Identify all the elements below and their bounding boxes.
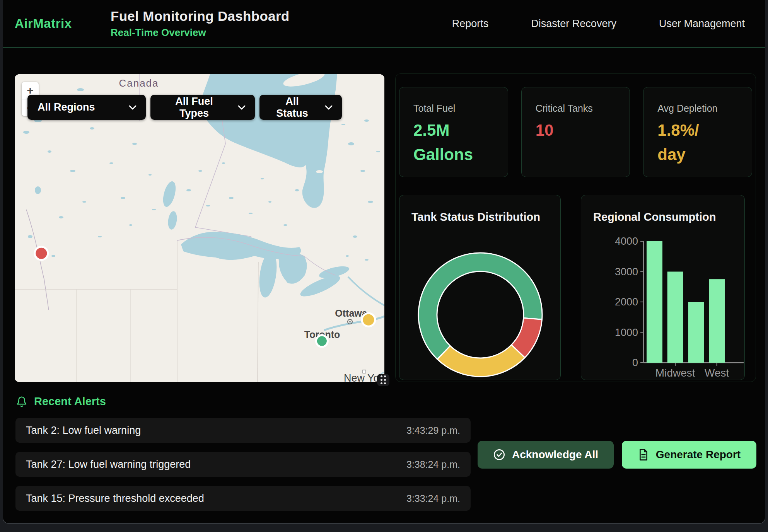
status-filter-select[interactable]: All Status	[259, 95, 342, 120]
brand-logo: AirMatrix	[15, 16, 111, 31]
metrics-panel: Total Fuel 2.5M Gallons Critical Tanks 1…	[395, 73, 756, 382]
stat-value-total-fuel: 2.5M Gallons	[413, 118, 498, 167]
stat-label: Avg Depletion	[657, 103, 742, 114]
alert-row[interactable]: Tank 2: Low fuel warning 3:43:29 p.m.	[15, 418, 471, 443]
acknowledge-all-label: Acknowledge All	[512, 448, 598, 461]
acknowledge-all-button[interactable]: Acknowledge All	[478, 441, 614, 469]
map-resize-handle[interactable]	[377, 374, 389, 386]
chevron-down-icon	[325, 105, 333, 110]
alert-row[interactable]: Tank 27: Low fuel warning triggered 3:38…	[15, 452, 471, 477]
regional-consumption-chart-card: Regional Consumption 01000200030004000Mi…	[581, 195, 745, 380]
tank-status-chart-card: Tank Status Distribution	[399, 195, 561, 380]
alert-timestamp: 3:43:29 p.m.	[406, 425, 460, 436]
chevron-down-icon	[238, 105, 246, 110]
stat-card-avg-depletion: Avg Depletion 1.8%/ day	[643, 87, 752, 177]
bar-Midwest	[667, 272, 683, 363]
alert-message: Tank 2: Low fuel warning	[26, 425, 141, 437]
nav-item-disaster-recovery[interactable]: Disaster Recovery	[531, 18, 616, 30]
check-circle-icon	[493, 448, 505, 461]
map-filters: All Regions All Fuel Types All Status	[27, 95, 342, 120]
nav-item-reports[interactable]: Reports	[452, 18, 489, 30]
critical-tank-marker[interactable]	[35, 247, 48, 260]
region-filter-select[interactable]: All Regions	[27, 95, 146, 120]
main-nav: Reports Disaster Recovery User Managemen…	[452, 18, 745, 30]
stat-card-total-fuel: Total Fuel 2.5M Gallons	[399, 87, 508, 177]
x-tick-label: Midwest	[655, 367, 695, 379]
generate-report-label: Generate Report	[656, 448, 741, 461]
page-title: Fuel Monitoring Dashboard	[111, 9, 289, 24]
alert-message: Tank 27: Low fuel warning triggered	[26, 459, 191, 471]
nav-item-user-management[interactable]: User Management	[659, 18, 745, 30]
map-panel: Canada Ottawa Toronto New York + − All R…	[15, 74, 384, 382]
y-tick-label: 0	[632, 357, 638, 368]
stat-value-avg-depletion: 1.8%/ day	[657, 118, 742, 167]
y-tick-label: 2000	[615, 296, 638, 308]
chevron-down-icon	[129, 105, 137, 110]
tank-status-donut-chart	[399, 195, 561, 380]
warning-tank-marker[interactable]	[362, 313, 375, 326]
y-tick-label: 4000	[615, 235, 638, 247]
stat-label: Total Fuel	[413, 103, 498, 114]
map-canvas[interactable]: Canada Ottawa Toronto New York	[15, 74, 384, 382]
region-filter-value: All Regions	[38, 101, 95, 113]
regional-consumption-bar-chart: 01000200030004000MidwestWest	[581, 195, 745, 380]
alert-timestamp: 3:38:24 p.m.	[406, 459, 460, 470]
ottawa-town-icon-dot	[349, 321, 351, 322]
map-label-layer: Canada Ottawa Toronto New York	[15, 74, 384, 382]
recent-alerts-header: Recent Alerts	[16, 395, 106, 408]
alert-row[interactable]: Tank 15: Pressure threshold exceeded 3:3…	[15, 486, 471, 511]
title-block: Fuel Monitoring Dashboard Real-Time Over…	[111, 9, 289, 39]
alert-timestamp: 3:33:24 p.m.	[406, 493, 460, 504]
stat-label: Critical Tanks	[536, 103, 621, 114]
file-text-icon	[638, 448, 649, 461]
fuel-type-filter-value: All Fuel Types	[160, 95, 228, 119]
map-label-canada: Canada	[119, 77, 159, 89]
y-tick-label: 1000	[615, 327, 638, 338]
bell-icon	[16, 396, 27, 408]
page-subtitle: Real-Time Overview	[111, 27, 289, 39]
x-tick-label: West	[705, 367, 729, 379]
alerts-list: Tank 2: Low fuel warning 3:43:29 p.m. Ta…	[15, 418, 471, 511]
dashboard-app: AirMatrix Fuel Monitoring Dashboard Real…	[3, 0, 765, 523]
charts-row: Tank Status Distribution Regional Consum…	[399, 195, 752, 380]
recent-alerts-heading: Recent Alerts	[34, 395, 106, 408]
donut-segment-warning	[437, 345, 525, 377]
stat-card-critical-tanks: Critical Tanks 10	[521, 87, 630, 177]
status-filter-value: All Status	[270, 95, 315, 119]
bar-West	[709, 279, 725, 363]
app-header: AirMatrix Fuel Monitoring Dashboard Real…	[3, 0, 765, 48]
normal-tank-marker[interactable]	[316, 335, 328, 347]
bar-region-1	[647, 241, 662, 363]
stats-row: Total Fuel 2.5M Gallons Critical Tanks 1…	[399, 87, 752, 177]
fuel-type-filter-select[interactable]: All Fuel Types	[150, 95, 255, 120]
stat-value-critical-tanks: 10	[536, 118, 621, 142]
generate-report-button[interactable]: Generate Report	[622, 441, 756, 469]
alert-message: Tank 15: Pressure threshold exceeded	[26, 493, 204, 505]
y-tick-label: 3000	[615, 266, 638, 278]
bar-region-3	[688, 302, 704, 363]
